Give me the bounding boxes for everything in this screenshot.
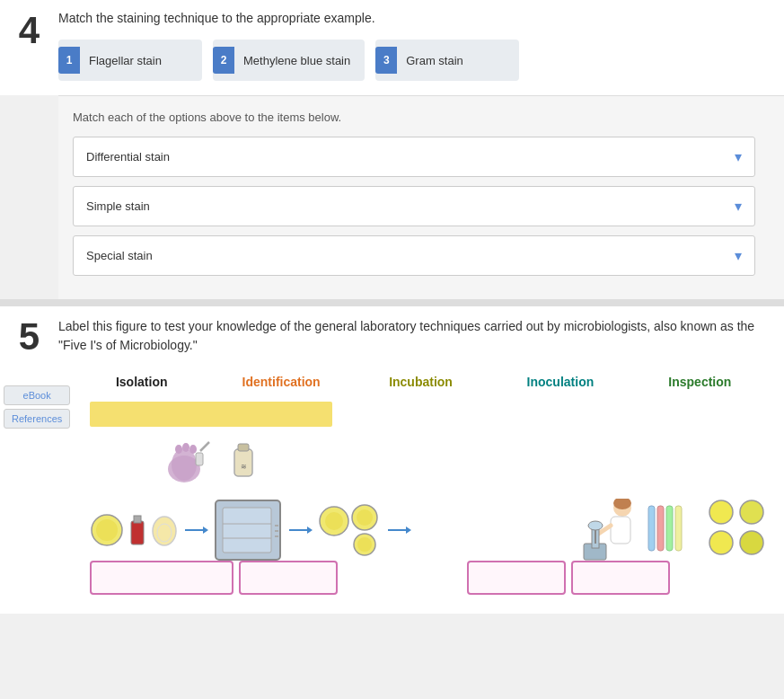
petri-dish-row — [90, 499, 411, 562]
dropdown-label-2: Simple stain — [86, 199, 735, 213]
label-inspection: Inspection — [630, 375, 770, 389]
svg-rect-45 — [666, 506, 673, 551]
answer-box-isolation[interactable] — [90, 561, 233, 595]
svg-point-32 — [357, 537, 372, 552]
petri-dish-svg-1 — [90, 513, 124, 547]
question-4-number: 4 — [0, 0, 58, 95]
answer-boxes-row2 — [467, 561, 670, 595]
small-petri-1 — [708, 499, 735, 526]
dropdown-arrow-1: ▾ — [735, 148, 742, 165]
answer-box-inoculation-1[interactable] — [239, 561, 338, 595]
svg-rect-12 — [131, 521, 144, 544]
match-section: Match each of the options above to the i… — [58, 95, 784, 299]
five-is-area: Isolation Identification Incubation Inoc… — [0, 366, 784, 614]
svg-point-4 — [175, 445, 182, 454]
stain-option-2: 2 Methylene blue stain — [213, 40, 365, 81]
svg-rect-44 — [657, 506, 664, 551]
svg-marker-17 — [203, 526, 208, 534]
svg-point-30 — [357, 509, 373, 526]
small-petri-3 — [708, 529, 735, 556]
match-instruction: Match each of the options above to the i… — [73, 111, 784, 124]
bottle-svg — [129, 514, 145, 546]
dropdown-special[interactable]: Special stain ▾ — [73, 235, 755, 276]
svg-rect-19 — [223, 508, 271, 553]
vial-icon: ≋ — [230, 442, 257, 482]
label-inoculation: Inoculation — [490, 375, 630, 389]
svg-rect-8 — [238, 444, 249, 451]
stain-option-1: 1 Flagellar stain — [58, 40, 202, 81]
answer-box-identification[interactable] — [467, 561, 566, 595]
label-incubation: Incubation — [351, 375, 490, 389]
scattered-petri-svg — [318, 503, 381, 557]
small-petri-2 — [738, 499, 765, 526]
svg-point-47 — [709, 500, 733, 524]
svg-point-49 — [709, 531, 733, 554]
dropdown-label-3: Special stain — [86, 249, 735, 262]
q4-question-text: Match the staining technique to the appr… — [58, 11, 770, 25]
references-button[interactable]: References — [4, 409, 70, 429]
small-petri-4 — [738, 529, 765, 556]
stain-label-1: Flagellar stain — [89, 54, 162, 67]
answer-box-inspection[interactable] — [571, 561, 670, 595]
q5-header: 5 Label this figure to test your knowled… — [0, 306, 784, 366]
incubator-svg — [214, 499, 282, 562]
svg-rect-37 — [611, 517, 630, 544]
arrow-3 — [386, 521, 411, 539]
svg-marker-26 — [307, 526, 313, 534]
arrow-1 — [183, 521, 208, 539]
q5-question-text: Label this figure to test your knowledge… — [58, 306, 784, 366]
svg-line-2 — [200, 442, 209, 451]
svg-point-41 — [588, 521, 603, 530]
inspection-petri-area — [708, 499, 765, 556]
svg-text:≋: ≋ — [240, 463, 246, 471]
answer-boxes-row1 — [90, 561, 338, 595]
question-5-number: 5 — [0, 306, 58, 366]
stain-option-3: 3 Gram stain — [375, 40, 519, 81]
five-is-labels: Isolation Identification Incubation Inoc… — [72, 366, 770, 398]
dropdown-simple[interactable]: Simple stain ▾ — [73, 186, 755, 226]
svg-rect-13 — [134, 516, 141, 523]
dropdown-arrow-2: ▾ — [735, 198, 742, 215]
dropdown-label-1: Differential stain — [86, 150, 735, 164]
svg-point-11 — [96, 519, 118, 541]
ebook-button[interactable]: eBook — [4, 385, 70, 405]
test-tubes-svg — [645, 501, 685, 560]
stain-badge-3: 3 — [375, 47, 397, 74]
svg-point-14 — [153, 517, 176, 545]
stain-label-2: Methylene blue stain — [243, 54, 350, 67]
svg-point-50 — [740, 531, 763, 554]
stain-badge-1: 1 — [58, 47, 80, 74]
stain-options-row: 1 Flagellar stain 2 Methylene blue stain… — [58, 40, 770, 81]
label-identification: Identification — [211, 375, 350, 389]
svg-point-6 — [189, 445, 197, 454]
stain-label-3: Gram stain — [406, 54, 463, 67]
svg-marker-34 — [406, 526, 411, 534]
svg-point-28 — [325, 512, 343, 530]
inspection-area — [579, 499, 685, 562]
section-divider — [0, 299, 784, 306]
label-isolation: Isolation — [72, 375, 211, 389]
inoculation-img-area: ≋ — [90, 430, 332, 493]
question-5-section: 5 Label this figure to test your knowled… — [0, 306, 784, 614]
stain-badge-2: 2 — [213, 47, 234, 74]
diagram-area: ≋ — [72, 402, 770, 599]
dropdown-differential[interactable]: Differential stain ▾ — [73, 137, 755, 177]
hand-needle-icon — [166, 438, 216, 487]
svg-point-5 — [182, 443, 189, 452]
person-microscope-svg — [579, 499, 638, 562]
yellow-bar — [90, 402, 332, 427]
svg-point-48 — [740, 500, 763, 524]
svg-rect-46 — [675, 506, 682, 551]
svg-rect-43 — [648, 506, 655, 551]
dropdown-arrow-3: ▾ — [735, 247, 742, 264]
arrow-2 — [287, 521, 313, 539]
svg-rect-3 — [196, 453, 203, 465]
egg-svg — [151, 513, 178, 547]
